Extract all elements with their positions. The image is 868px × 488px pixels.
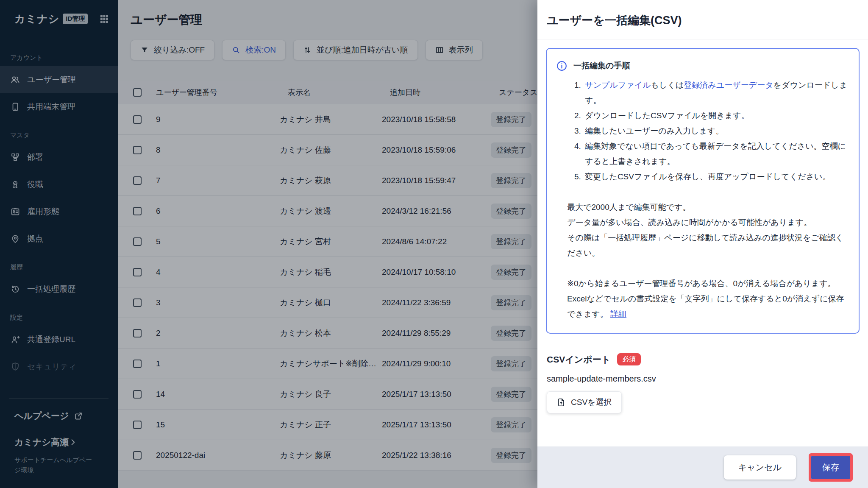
required-badge: 必須 (617, 353, 641, 365)
instructions-heading: 一括編集の手順 (573, 58, 630, 73)
modal-backdrop[interactable] (0, 0, 537, 488)
file-upload-icon (556, 398, 566, 407)
step-1-text: もしくは (651, 81, 684, 89)
save-button[interactable]: 保存 (811, 456, 850, 479)
leading-zero-note-text: ※0から始まるユーザー管理番号がある場合、0が消える場合があります。Excelな… (567, 279, 844, 318)
info-circle-icon (556, 60, 568, 72)
choose-csv-button[interactable]: CSVを選択 (547, 391, 622, 413)
details-link[interactable]: 詳細 (610, 310, 626, 318)
step-1: サンプルファイルもしくは登録済みユーザーデータをダウンロードします。 (583, 78, 849, 108)
drawer-header: ユーザーを一括編集(CSV) (537, 0, 868, 39)
step-3: 編集したいユーザーのみ入力します。 (583, 123, 849, 139)
drawer-footer: キャンセル 保存 (537, 446, 868, 488)
instructions-heading-row: 一括編集の手順 (556, 58, 849, 73)
step-2: ダウンロードしたCSVファイルを開きます。 (583, 108, 849, 123)
capacity-line-1: 最大で2000人まで編集可能です。 (567, 200, 849, 215)
capacity-line-3: その際は「一括処理履歴」ページに移動して読み込みの進捗状況をご確認ください。 (567, 230, 849, 261)
step-5: 変更したCSVファイルを保存し、再度アップロードしてください。 (583, 169, 849, 184)
choose-csv-button-label: CSVを選択 (571, 397, 612, 408)
drawer-body: 一括編集の手順 サンプルファイルもしくは登録済みユーザーデータをダウンロードしま… (537, 39, 868, 446)
sample-file-link[interactable]: サンプルファイル (585, 81, 651, 89)
capacity-paragraph: 最大で2000人まで編集可能です。 データ量が多い場合、読み込みに時間がかかる可… (567, 200, 849, 261)
save-button-highlight-ring: 保存 (809, 453, 853, 482)
app-root: カミナシ ID管理 アカウント ユーザー管理 (0, 0, 868, 488)
csv-import-section: CSVインポート 必須 sample-update-members.csv CS… (546, 353, 860, 413)
capacity-line-2: データ量が多い場合、読み込みに時間がかかる可能性があります。 (567, 215, 849, 230)
leading-zero-note: ※0から始まるユーザー管理番号がある場合、0が消える場合があります。Excelな… (567, 276, 849, 322)
instructions-steps: サンプルファイルもしくは登録済みユーザーデータをダウンロードします。 ダウンロー… (583, 78, 849, 184)
instructions-box: 一括編集の手順 サンプルファイルもしくは登録済みユーザーデータをダウンロードしま… (546, 48, 860, 334)
registered-user-data-link[interactable]: 登録済みユーザーデータ (684, 81, 773, 89)
cancel-button[interactable]: キャンセル (724, 455, 796, 480)
drawer-title: ユーザーを一括編集(CSV) (547, 13, 856, 28)
selected-filename: sample-update-members.csv (547, 374, 860, 384)
step-4: 編集対象でない項目であっても最新データを記入してください。空欄にすると上書きされ… (583, 139, 849, 169)
csv-import-label: CSVインポート (547, 354, 610, 365)
bulk-edit-drawer: ユーザーを一括編集(CSV) 一括編集の手順 サンプルファイルもしくは登録済みユ… (537, 0, 868, 488)
